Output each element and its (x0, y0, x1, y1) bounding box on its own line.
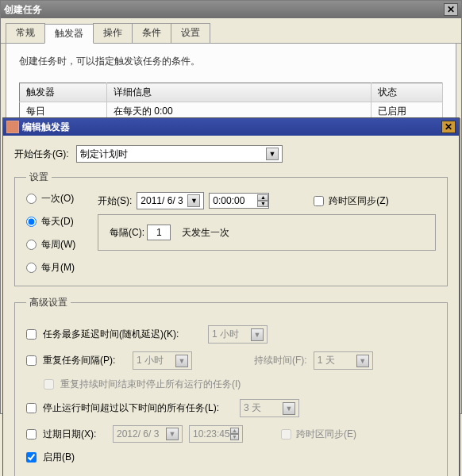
advanced-fieldset: 高级设置 任务最多延迟时间(随机延迟)(K): 1 小时▼ 重复任务间隔(P):… (14, 296, 448, 476)
enable-label: 启用(B) (43, 451, 75, 464)
settings-fieldset: 设置 一次(O) 每天(D) 每周(W) 每月(M) 开始(S): 2011/ … (14, 171, 448, 286)
chevron-down-icon: ▼ (166, 428, 179, 440)
repeat-checkbox[interactable] (26, 355, 37, 366)
trigger-table: 触发器 详细信息 状态 每日 在每天的 0:00 已启用 (19, 83, 443, 121)
tab-conditions[interactable]: 条件 (132, 23, 171, 43)
radio-weekly[interactable]: 每周(W) (26, 238, 75, 251)
start-task-value: 制定计划时 (80, 148, 128, 161)
chevron-down-icon: ▼ (283, 402, 295, 415)
tab-actions[interactable]: 操作 (93, 23, 133, 43)
schedule-radios: 一次(O) 每天(D) 每周(W) 每月(M) (26, 192, 75, 274)
edit-trigger-dialog: 编辑触发器 ✕ 开始任务(G): 制定计划时 ▼ 设置 一次(O) 每天(D) … (2, 117, 460, 476)
stoplong-label: 停止运行时间超过以下时间的所有任务(L): (43, 401, 233, 415)
chevron-down-icon: ▼ (266, 148, 279, 160)
duration-value-dropdown: 1 天▼ (314, 351, 373, 370)
delay-value-dropdown: 1 小时▼ (208, 325, 268, 344)
description-text: 创建任务时，可以指定触发该任务的条件。 (19, 55, 443, 68)
recur-value-input[interactable] (147, 225, 171, 240)
chevron-down-icon: ▼ (356, 355, 369, 367)
chevron-down-icon: ▼ (251, 328, 264, 341)
window-title: 创建任务 (4, 3, 444, 17)
chevron-down-icon: ▼ (187, 194, 200, 207)
window-titlebar: 创建任务 ✕ (1, 1, 461, 18)
radio-monthly[interactable]: 每月(M) (26, 261, 75, 274)
expire-time-field: 10:23:45▲▼ (189, 425, 243, 443)
chevron-down-icon: ▼ (175, 355, 188, 367)
stoplong-checkbox[interactable] (26, 403, 37, 413)
expire-sync-checkbox: 跨时区同步(E) (281, 428, 356, 441)
modal-close-icon[interactable]: ✕ (441, 121, 456, 133)
stopall-label: 重复持续时间结束时停止所有运行的任务(I) (60, 378, 241, 391)
tab-general[interactable]: 常规 (6, 23, 45, 43)
radio-once[interactable]: 一次(O) (26, 192, 75, 205)
repeat-label: 重复任务间隔(P): (43, 354, 126, 367)
repeat-value-dropdown: 1 小时▼ (133, 351, 192, 370)
col-trigger: 触发器 (20, 83, 107, 102)
expire-checkbox[interactable] (26, 429, 37, 440)
start-date-field[interactable]: 2011/ 6/ 3 ▼ (137, 192, 204, 209)
start-task-label: 开始任务(G): (14, 148, 70, 161)
stopall-checkbox (44, 379, 54, 390)
modal-body: 开始任务(G): 制定计划时 ▼ 设置 一次(O) 每天(D) 每周(W) 每月… (3, 136, 459, 476)
recur-label: 每隔(C): (110, 227, 144, 238)
modal-title: 编辑触发器 (22, 121, 441, 134)
enable-checkbox[interactable] (26, 452, 37, 463)
app-icon (6, 121, 19, 133)
col-detail: 详细信息 (107, 83, 372, 102)
start-label: 开始(S): (98, 194, 132, 208)
radio-daily[interactable]: 每天(D) (26, 215, 75, 228)
close-icon[interactable]: ✕ (444, 3, 458, 16)
delay-checkbox[interactable] (26, 329, 37, 340)
settings-legend: 设置 (26, 171, 52, 184)
duration-label: 持续时间(F): (254, 354, 307, 367)
start-time-field[interactable]: 0:00:00 ▲▼ (209, 193, 269, 209)
tab-triggers[interactable]: 触发器 (44, 24, 94, 44)
time-spinner[interactable]: ▲▼ (257, 194, 268, 207)
delay-label: 任务最多延迟时间(随机延迟)(K): (43, 328, 202, 341)
stoplong-value-dropdown: 3 天▼ (240, 399, 299, 417)
tab-strip: 常规 触发器 操作 条件 设置 (1, 18, 461, 44)
expire-date-field: 2012/ 6/ 3▼ (113, 425, 183, 443)
tab-settings[interactable]: 设置 (171, 23, 210, 43)
expire-label: 过期日期(X): (43, 428, 106, 441)
modal-titlebar: 编辑触发器 ✕ (3, 118, 459, 136)
sync-timezone-checkbox[interactable]: 跨时区同步(Z) (314, 194, 388, 208)
table-header-row: 触发器 详细信息 状态 (20, 83, 443, 102)
start-task-dropdown[interactable]: 制定计划时 ▼ (76, 145, 283, 163)
recur-suffix: 天发生一次 (182, 227, 229, 238)
recur-box: 每隔(C): 天发生一次 (98, 214, 436, 251)
advanced-legend: 高级设置 (26, 296, 71, 309)
col-status: 状态 (372, 83, 443, 102)
